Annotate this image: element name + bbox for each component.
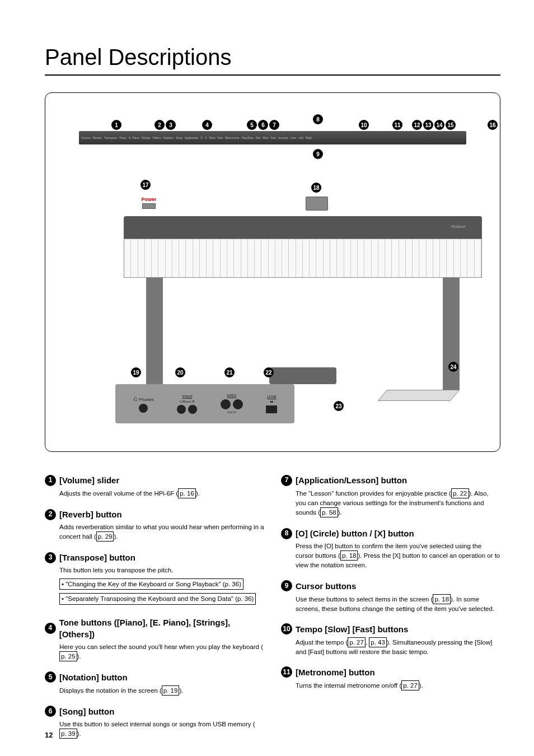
lid-handle xyxy=(306,197,328,211)
callout-14: 14 xyxy=(434,120,444,130)
item-body: Adjust the tempo (p. 27, p. 43). Simulta… xyxy=(296,637,500,656)
callout-3: 3 xyxy=(166,120,176,130)
page-number: 12 xyxy=(45,731,53,739)
rear-port-panel: ♫ Phones Input L/Mono R MIDI Out In USB⬌ xyxy=(115,384,294,423)
callout-6: 6 xyxy=(258,120,268,130)
brand-logo: Roland xyxy=(451,224,465,229)
top-control-panel: VolumeReverbTransposePianoE. PianoString… xyxy=(57,104,489,166)
desc-item-10: 10Tempo [Slow] [Fast] buttonsAdjust the … xyxy=(281,623,500,656)
item-badge: 9 xyxy=(281,580,292,591)
item-body: Adds reverberation similar to what you w… xyxy=(59,522,264,542)
callout-19: 19 xyxy=(131,367,141,377)
description-column-right: 7[Application/Lesson] buttonThe "Lesson"… xyxy=(281,474,500,749)
item-badge: 11 xyxy=(281,666,292,678)
page-title: Panel Descriptions xyxy=(45,45,500,76)
item-body: Adjusts the overall volume of the HPi-6F… xyxy=(59,488,264,498)
item-body: Use these buttons to select items in the… xyxy=(296,594,500,613)
item-body: Displays the notation in the screen (p. … xyxy=(59,685,264,696)
item-body: Turns the internal metronome on/off (p. … xyxy=(296,680,500,690)
panel-button-labels: VolumeReverbTransposePianoE. PianoString… xyxy=(80,132,465,143)
desc-item-11: 11[Metronome] buttonTurns the internal m… xyxy=(281,666,500,690)
desc-item-1: 1[Volume] sliderAdjusts the overall volu… xyxy=(45,474,264,498)
item-badge: 6 xyxy=(45,706,56,717)
callout-5: 5 xyxy=(247,120,257,130)
callout-10: 10 xyxy=(359,120,369,130)
item-badge: 8 xyxy=(281,528,292,539)
callout-15: 15 xyxy=(446,120,456,130)
usb-port[interactable]: USB⬌ xyxy=(266,394,277,413)
input-jacks[interactable]: Input L/Mono R xyxy=(177,394,197,414)
item-title: Cursor buttons xyxy=(296,580,356,592)
desc-item-3: 3[Transpose] buttonThis button lets you … xyxy=(45,552,264,606)
item-body: The "Lesson" function provides for enjoy… xyxy=(296,488,500,517)
power-switch[interactable]: Power xyxy=(135,197,163,210)
item-title: Tempo [Slow] [Fast] buttons xyxy=(296,623,408,635)
item-badge: 10 xyxy=(281,623,292,634)
item-body: Use this button to select internal songs… xyxy=(59,720,264,739)
item-title: [Song] button xyxy=(59,706,114,717)
item-title: [Application/Lesson] button xyxy=(296,474,407,486)
callout-9: 9 xyxy=(313,149,323,159)
desc-item-7: 7[Application/Lesson] buttonThe "Lesson"… xyxy=(281,474,500,517)
item-title: [Volume] slider xyxy=(59,474,119,486)
item-title: [Transpose] button xyxy=(59,552,135,563)
xref-link[interactable]: "Changing the Key of the Keyboard or Son… xyxy=(59,578,243,590)
item-title: [Metronome] button xyxy=(296,666,375,678)
desc-item-8: 8[O] (Circle) button / [X] buttonPress t… xyxy=(281,528,500,570)
item-badge: 4 xyxy=(45,623,56,634)
item-badge: 2 xyxy=(45,509,56,520)
desc-item-9: 9Cursor buttonsUse these buttons to sele… xyxy=(281,580,500,613)
description-column-left: 1[Volume] sliderAdjusts the overall volu… xyxy=(45,474,264,749)
item-badge: 3 xyxy=(45,552,56,563)
item-title: [Notation] button xyxy=(59,671,128,683)
callout-22: 22 xyxy=(264,367,274,377)
item-title: Tone buttons ([Piano], [E. Piano], [Stri… xyxy=(59,617,264,640)
piano-illustration: Power 17 18 Roland ♫ Phones Input xyxy=(57,171,489,440)
callout-18: 18 xyxy=(311,183,321,193)
callout-23: 23 xyxy=(334,401,344,411)
callout-12: 12 xyxy=(412,120,422,130)
callout-2: 2 xyxy=(154,120,165,130)
midi-ports[interactable]: MIDI Out In xyxy=(221,393,243,414)
callout-1: 1 xyxy=(111,120,121,130)
callout-21: 21 xyxy=(224,367,235,377)
desc-item-4: 4Tone buttons ([Piano], [E. Piano], [Str… xyxy=(45,617,264,661)
item-badge: 7 xyxy=(281,475,292,486)
item-badge: 1 xyxy=(45,475,56,486)
callout-17: 17 xyxy=(140,180,151,190)
item-badge: 5 xyxy=(45,671,56,683)
callout-13: 13 xyxy=(423,120,433,130)
phones-jack[interactable]: ♫ Phones xyxy=(133,395,154,413)
item-body: This button lets you transpose the pitch… xyxy=(59,566,264,606)
callout-24: 24 xyxy=(448,362,458,372)
footprint-outline xyxy=(378,390,460,401)
callout-8: 8 xyxy=(313,114,323,124)
callout-7: 7 xyxy=(269,120,279,130)
desc-item-5: 5[Notation] buttonDisplays the notation … xyxy=(45,671,264,696)
item-body: Press the [O] button to confirm the item… xyxy=(296,542,500,570)
callout-16: 16 xyxy=(488,120,498,130)
callout-11: 11 xyxy=(392,120,402,130)
panel-diagram: VolumeReverbTransposePianoE. PianoString… xyxy=(45,92,500,452)
desc-item-2: 2[Reverb] buttonAdds reverberation simil… xyxy=(45,508,264,542)
item-title: [Reverb] button xyxy=(59,508,122,520)
item-title: [O] (Circle) button / [X] button xyxy=(296,528,414,539)
callout-4: 4 xyxy=(202,120,212,130)
xref-link[interactable]: "Separately Transposing the Keyboard and… xyxy=(59,593,256,604)
item-body: Here you can select the sound you'll hea… xyxy=(59,642,264,661)
desc-item-6: 6[Song] buttonUse this button to select … xyxy=(45,706,264,739)
pedals xyxy=(269,367,336,384)
callout-20: 20 xyxy=(175,367,185,377)
